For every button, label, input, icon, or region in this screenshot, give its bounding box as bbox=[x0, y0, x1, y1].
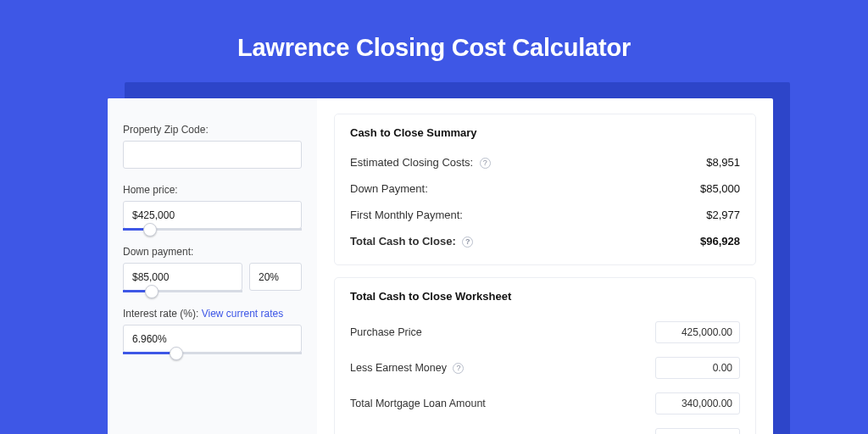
summary-row-total-cash: Total Cash to Close: ? $96,928 bbox=[350, 230, 740, 256]
inputs-column: Property Zip Code: Home price: Down paym… bbox=[108, 98, 317, 434]
zip-label: Property Zip Code: bbox=[123, 124, 302, 136]
interest-input[interactable] bbox=[123, 325, 302, 353]
down-payment-slider[interactable] bbox=[123, 290, 242, 292]
slider-thumb-icon[interactable] bbox=[145, 285, 159, 298]
summary-title: Cash to Close Summary bbox=[350, 126, 740, 139]
summary-row-first-monthly: First Monthly Payment: $2,977 bbox=[350, 203, 740, 230]
home-price-field: Home price: bbox=[123, 184, 302, 231]
worksheet-card: Total Cash to Close Worksheet Purchase P… bbox=[334, 277, 756, 434]
summary-row-down-payment: Down Payment: $85,000 bbox=[350, 177, 740, 203]
worksheet-second-mortgage-input[interactable] bbox=[655, 428, 740, 434]
page-title: Lawrence Closing Cost Calculator bbox=[0, 0, 868, 62]
worksheet-earnest-money-label: Less Earnest Money bbox=[350, 362, 447, 374]
home-price-label: Home price: bbox=[123, 184, 302, 196]
worksheet-mortgage-amount-input[interactable] bbox=[655, 392, 740, 415]
summary-first-monthly-label: First Monthly Payment: bbox=[350, 209, 463, 221]
home-price-slider[interactable] bbox=[123, 228, 302, 231]
summary-total-cash-value: $96,928 bbox=[700, 235, 740, 248]
down-payment-label: Down payment: bbox=[123, 246, 302, 258]
calculator-panel: Property Zip Code: Home price: Down paym… bbox=[108, 98, 773, 434]
summary-card: Cash to Close Summary Estimated Closing … bbox=[334, 114, 756, 265]
help-icon[interactable]: ? bbox=[462, 236, 473, 248]
worksheet-mortgage-amount-label: Total Mortgage Loan Amount bbox=[350, 398, 486, 409]
view-rates-link[interactable]: View current rates bbox=[202, 308, 284, 320]
summary-estimated-closing-value: $8,951 bbox=[706, 156, 740, 169]
help-icon[interactable]: ? bbox=[480, 158, 491, 169]
slider-thumb-icon[interactable] bbox=[170, 347, 183, 360]
zip-input[interactable] bbox=[123, 141, 302, 169]
worksheet-earnest-money-input[interactable] bbox=[655, 357, 740, 379]
down-payment-pct-input[interactable] bbox=[249, 263, 302, 291]
worksheet-purchase-price-label: Purchase Price bbox=[350, 326, 422, 338]
worksheet-title: Total Cash to Close Worksheet bbox=[350, 290, 740, 303]
worksheet-row-purchase-price: Purchase Price bbox=[350, 314, 740, 350]
worksheet-row-second-mortgage: Total Second Mortgage Amount ? bbox=[350, 421, 740, 434]
interest-field: Interest rate (%): View current rates bbox=[123, 308, 302, 354]
interest-label: Interest rate (%): bbox=[123, 308, 198, 320]
slider-thumb-icon[interactable] bbox=[143, 223, 157, 236]
worksheet-row-earnest-money: Less Earnest Money ? bbox=[350, 350, 740, 386]
summary-down-payment-value: $85,000 bbox=[700, 182, 740, 195]
worksheet-row-mortgage-amount: Total Mortgage Loan Amount bbox=[350, 386, 740, 421]
summary-row-estimated-closing: Estimated Closing Costs: ? $8,951 bbox=[350, 151, 740, 177]
down-payment-field: Down payment: bbox=[123, 246, 302, 292]
interest-slider[interactable] bbox=[123, 352, 302, 354]
summary-estimated-closing-label: Estimated Closing Costs: bbox=[350, 156, 473, 169]
help-icon[interactable]: ? bbox=[453, 363, 464, 374]
summary-total-cash-label: Total Cash to Close: bbox=[350, 235, 456, 248]
down-payment-input[interactable] bbox=[123, 263, 242, 291]
summary-down-payment-label: Down Payment: bbox=[350, 182, 428, 195]
zip-field: Property Zip Code: bbox=[123, 124, 302, 169]
results-column: Cash to Close Summary Estimated Closing … bbox=[317, 98, 773, 434]
summary-first-monthly-value: $2,977 bbox=[706, 209, 740, 221]
worksheet-purchase-price-input[interactable] bbox=[655, 321, 740, 343]
